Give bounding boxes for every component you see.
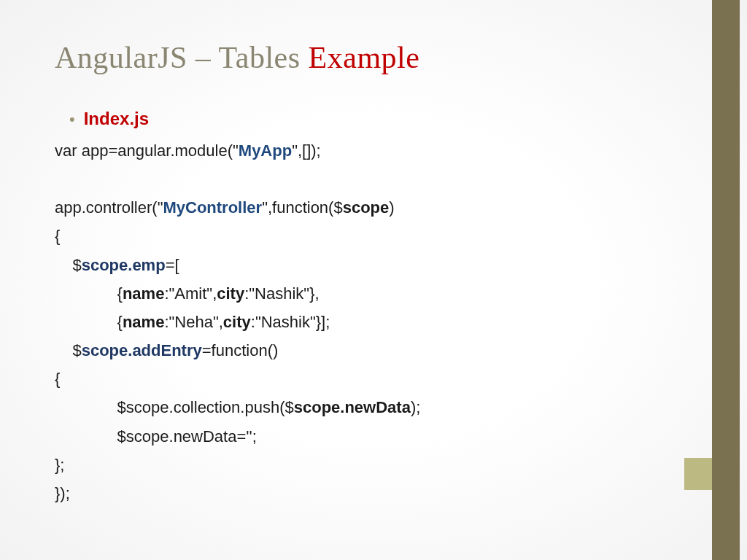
code-bold: city xyxy=(223,313,251,331)
code-keyword: MyController xyxy=(163,198,262,217)
slide-title: AngularJS – Tables Example xyxy=(55,40,682,75)
code-text: var app=angular.module(" xyxy=(55,141,239,160)
code-text: =[ xyxy=(166,256,179,274)
slide-accent-bar-dark xyxy=(712,0,740,560)
code-text: $scope.collection.push($ xyxy=(55,398,294,416)
code-text: ",function($ xyxy=(262,198,343,217)
code-text: =function() xyxy=(202,341,279,359)
bullet-item: • Index.js xyxy=(55,109,682,129)
code-text: :"Amit", xyxy=(164,284,217,303)
code-block: var app=angular.module("MyApp",[]); app.… xyxy=(55,136,682,508)
title-prefix: AngularJS – Tables xyxy=(55,41,309,74)
bullet-icon: • xyxy=(69,112,75,128)
code-bold: scope xyxy=(343,198,390,217)
code-bold: city xyxy=(217,284,244,303)
code-text: $scope.newData=''; xyxy=(55,427,257,446)
code-text: :"Nashik"}, xyxy=(244,284,319,303)
code-text: ); xyxy=(411,398,420,416)
code-text: { xyxy=(55,284,123,303)
code-text: ",[]); xyxy=(292,141,321,160)
code-text: { xyxy=(55,227,60,245)
code-navy: scope.emp xyxy=(82,256,166,274)
code-text: $ xyxy=(55,256,82,274)
title-accent: Example xyxy=(309,41,420,74)
slide-accent-bar-light xyxy=(684,458,712,490)
slide-content: AngularJS – Tables Example • Index.js va… xyxy=(55,40,682,508)
code-navy: scope.addEntry xyxy=(82,341,202,359)
code-text: { xyxy=(55,313,123,331)
code-text: :"Nashik"}]; xyxy=(251,313,330,331)
code-text: app.controller(" xyxy=(55,198,163,217)
code-text: $ xyxy=(55,341,82,359)
code-text: { xyxy=(55,370,60,388)
code-keyword: MyApp xyxy=(239,141,292,160)
code-text: :"Neha", xyxy=(164,313,222,331)
code-text: }); xyxy=(55,484,70,502)
code-text: ) xyxy=(389,198,394,217)
code-bold: name xyxy=(123,313,164,331)
code-bold: scope.newData xyxy=(294,398,411,416)
code-text: }; xyxy=(55,456,64,474)
code-bold: name xyxy=(123,284,164,303)
bullet-label: Index.js xyxy=(84,109,149,129)
